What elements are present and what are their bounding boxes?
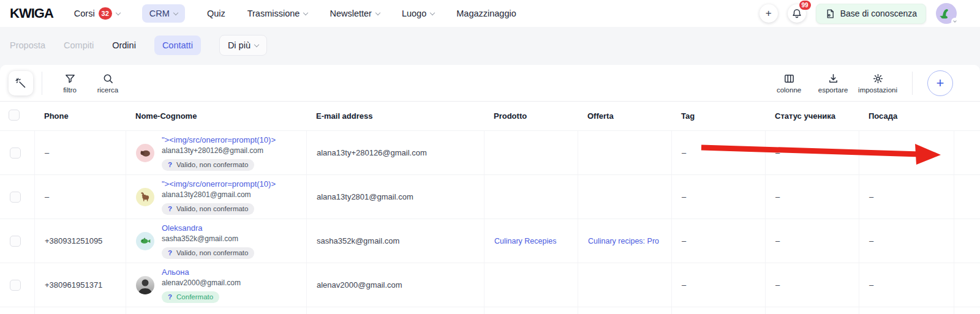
nav-quiz[interactable]: Quiz (207, 9, 225, 18)
email-status-badge: ? Valido, non confermato (162, 203, 254, 215)
cell-prodotto (484, 263, 578, 307)
contact-name-link[interactable]: Альона (162, 267, 189, 277)
cell-offerta (578, 175, 671, 219)
nav-luogo[interactable]: Luogo (402, 9, 434, 18)
nav-magazzinaggio[interactable]: Magazzinaggio (456, 9, 516, 18)
cell-student-status: – (765, 263, 859, 307)
contact-name-link[interactable]: "><img/src/onerror=prompt(10)> (162, 135, 276, 144)
cell-tag: – (671, 263, 765, 307)
camel-avatar (136, 188, 154, 206)
question-icon: ? (168, 205, 172, 212)
cell-name: "><img/src/onerror=prompt(10)> alana13ty… (126, 131, 306, 174)
settings-label: impostazioni (858, 86, 897, 94)
nav-newsletter-label: Newsletter (330, 9, 372, 18)
table-header-row: Phone Nome-Cognome E-mail address Prodot… (0, 102, 980, 130)
user-avatar[interactable] (936, 3, 957, 24)
chevron-down-icon (375, 10, 380, 15)
cell-student-status: – (765, 175, 859, 219)
chevron-down-icon (254, 42, 259, 47)
search-button[interactable]: ricerca (89, 73, 127, 94)
columns-icon (783, 73, 795, 84)
nav-newsletter[interactable]: Newsletter (330, 9, 380, 18)
nav-trasmissione[interactable]: Trasmissione (247, 9, 308, 18)
cell-email: sasha352k@gmail.com (306, 219, 484, 263)
filter-icon (64, 73, 76, 84)
email-status-badge: ? Valido, non confermato (162, 159, 254, 171)
more-tabs-dropdown[interactable]: Di più (219, 35, 267, 56)
chevron-down-icon (951, 18, 959, 25)
nav-crm[interactable]: CRM (142, 4, 185, 23)
cell-email: alana13ty+280126@gmail.com (306, 131, 484, 174)
cell-email: alana13ty2801@gmail.com (306, 175, 484, 219)
tab-ordini[interactable]: Ordini (112, 40, 136, 50)
table-row: +380931251095 Oleksandra sasha352k@gmail… (0, 219, 980, 263)
filter-label: filtro (63, 86, 77, 94)
product-link[interactable]: Culinary Recepies (494, 237, 556, 245)
cell-offerta: Culinary recipes: Pro (578, 219, 671, 263)
cell-position: – (859, 131, 954, 174)
cell-name: Альона alenav2000@gmail.com ? Confermato (126, 263, 306, 307)
select-all-checkbox[interactable] (9, 110, 20, 121)
contact-name-link[interactable]: Oleksandra (162, 223, 202, 233)
more-tabs-label: Di più (228, 40, 251, 50)
magic-wand-button[interactable] (9, 71, 33, 95)
cell-phone: +380961951371 (34, 263, 126, 307)
contact-sub-email: alana13ty2801@gmail.com (162, 190, 251, 199)
columns-label: colonne (777, 86, 801, 94)
question-icon: ? (168, 249, 172, 256)
cell-offerta (578, 263, 671, 307)
tab-contatti[interactable]: Contatti (154, 36, 201, 55)
table-body: – "><img/src/onerror=prompt(10)> alana13… (0, 130, 980, 314)
header-cell-name: Nome-Cognome (126, 111, 306, 121)
header-cell-position: Посада (859, 111, 954, 121)
download-icon (827, 73, 839, 84)
notifications-button[interactable]: 99 (788, 4, 806, 23)
table-row: +380961951371 Альона alenav2000@gmail.co… (0, 263, 980, 307)
corsi-count-badge: 32 (99, 7, 112, 20)
export-label: esportare (818, 86, 848, 94)
contact-sub-email: alenav2000@gmail.com (162, 278, 241, 287)
main-nav: Corsi 32 CRM Quiz Trasmissione Newslette… (74, 4, 516, 23)
knowledge-base-button[interactable]: Base di conoscenza (816, 4, 926, 24)
email-status-label: Valido, non confermato (176, 249, 248, 256)
header-cell-prodotto: Prodotto (484, 111, 578, 121)
kwiga-logo[interactable]: KWIGA (10, 6, 53, 21)
row-checkbox[interactable] (10, 236, 21, 247)
cell-filler (954, 175, 980, 219)
bison-avatar (136, 144, 154, 162)
header-cell-phone: Phone (34, 111, 126, 121)
chevron-down-icon (303, 10, 308, 15)
table-toolbar: filtro ricerca colonne e (0, 65, 980, 102)
columns-button[interactable]: colonne (770, 73, 808, 94)
nav-luogo-label: Luogo (402, 9, 426, 18)
magic-wand-icon (15, 77, 27, 89)
offer-link[interactable]: Culinary recipes: Pro (588, 237, 659, 245)
settings-button[interactable]: impostazioni (858, 73, 897, 94)
contact-name-link[interactable]: "><img/src/onerror=prompt(10)> (162, 179, 276, 189)
row-checkbox[interactable] (10, 192, 21, 203)
nav-crm-label: CRM (149, 9, 170, 18)
cell-name: "><img/src/onerror=prompt(10)> alana13ty… (126, 175, 306, 219)
table-row: – "><img/src/onerror=prompt(10)> alana13… (0, 174, 980, 219)
add-contact-button[interactable]: + (927, 70, 953, 96)
row-checkbox[interactable] (10, 280, 21, 291)
table-row-partial (0, 307, 980, 314)
row-checkbox[interactable] (10, 148, 21, 159)
cell-tag: – (671, 175, 765, 219)
table-row: – "><img/src/onerror=prompt(10)> alana13… (0, 130, 980, 174)
nav-corsi[interactable]: Corsi 32 (74, 7, 120, 20)
tab-compiti[interactable]: Compiti (64, 40, 94, 50)
toolbar-divider (912, 72, 913, 95)
cell-tag: – (671, 219, 765, 263)
filter-button[interactable]: filtro (51, 73, 89, 94)
cell-phone: – (34, 131, 126, 174)
cell-filler (954, 131, 980, 174)
nav-corsi-label: Corsi (74, 9, 95, 18)
export-button[interactable]: esportare (814, 73, 852, 94)
search-icon (102, 73, 114, 84)
tab-proposta[interactable]: Proposta (10, 40, 45, 50)
cell-student-status: – (765, 131, 859, 174)
quick-add-button[interactable]: + (760, 4, 778, 23)
email-status-badge: ? Confermato (162, 291, 219, 303)
cell-prodotto (484, 131, 578, 174)
